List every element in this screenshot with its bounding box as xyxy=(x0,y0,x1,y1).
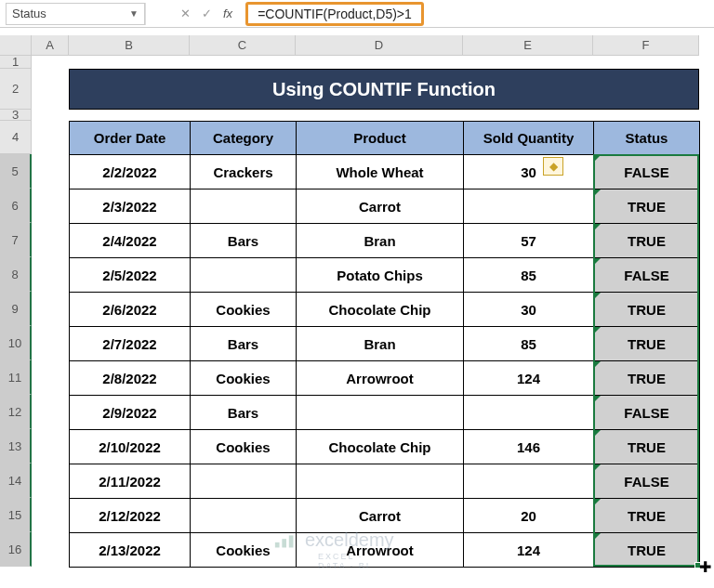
cell-sold-quantity[interactable]: 85 xyxy=(464,258,594,293)
row-header-12[interactable]: 12 xyxy=(0,395,32,429)
cell-product[interactable]: Whole Wheat xyxy=(297,155,464,189)
cell-sold-quantity[interactable]: 57 xyxy=(464,224,594,258)
cell-category[interactable] xyxy=(191,258,297,293)
cell-sold-quantity[interactable]: 124 xyxy=(464,361,594,396)
name-box-dropdown-icon[interactable]: ▼ xyxy=(129,8,139,19)
cell-product[interactable]: Potato Chips xyxy=(297,258,464,293)
cell-sold-quantity[interactable]: 30 xyxy=(464,293,594,327)
cell-order-date[interactable]: 2/6/2022 xyxy=(70,293,191,327)
cell-status[interactable]: FALSE xyxy=(594,396,700,430)
cell-status[interactable]: FALSE xyxy=(594,464,700,499)
th-category[interactable]: Category xyxy=(191,122,297,155)
cell-category[interactable]: Bars xyxy=(191,396,297,430)
cell-sold-quantity[interactable] xyxy=(464,189,594,224)
cell-sold-quantity[interactable] xyxy=(464,396,594,430)
cell-product[interactable]: Bran xyxy=(297,224,464,258)
cell-status[interactable]: TRUE xyxy=(594,430,700,464)
row-header-10[interactable]: 10 xyxy=(0,326,32,360)
cell-order-date[interactable]: 2/4/2022 xyxy=(70,224,191,258)
col-header-c[interactable]: C xyxy=(190,35,296,56)
table-row: 2/4/2022BarsBran57TRUE xyxy=(70,224,700,258)
cell-order-date[interactable]: 2/10/2022 xyxy=(70,430,191,464)
th-status[interactable]: Status xyxy=(594,122,700,155)
cell-order-date[interactable]: 2/3/2022 xyxy=(70,189,191,224)
cell-sold-quantity[interactable]: 20 xyxy=(464,499,594,533)
cell-status[interactable]: TRUE xyxy=(594,293,700,327)
cell-status[interactable]: TRUE xyxy=(594,224,700,258)
cell-order-date[interactable]: 2/7/2022 xyxy=(70,327,191,361)
row-header-15[interactable]: 15 xyxy=(0,498,32,532)
row-header-1[interactable]: 1 xyxy=(0,56,32,69)
row-header-6[interactable]: 6 xyxy=(0,189,32,223)
cell-order-date[interactable]: 2/11/2022 xyxy=(70,464,191,499)
col-header-e[interactable]: E xyxy=(463,35,593,56)
th-order-date[interactable]: Order Date xyxy=(70,122,191,155)
cell-category[interactable] xyxy=(191,499,297,533)
cancel-icon[interactable]: ✕ xyxy=(180,7,191,20)
cell-order-date[interactable]: 2/5/2022 xyxy=(70,258,191,293)
title-cell[interactable]: Using COUNTIF Function xyxy=(69,69,699,110)
row-header-8[interactable]: 8 xyxy=(0,257,32,292)
row-header-7[interactable]: 7 xyxy=(0,223,32,257)
cell-status[interactable]: TRUE xyxy=(594,533,700,568)
cell-category[interactable]: Cookies xyxy=(191,533,297,568)
col-header-d[interactable]: D xyxy=(296,35,463,56)
cell-category[interactable]: Cookies xyxy=(191,361,297,396)
cell-sold-quantity[interactable]: 146 xyxy=(464,430,594,464)
row-header-4[interactable]: 4 xyxy=(0,121,32,154)
cell-status[interactable]: TRUE xyxy=(594,361,700,396)
col-header-a[interactable]: A xyxy=(32,35,69,56)
cell-category[interactable]: Cookies xyxy=(191,293,297,327)
formula-bar: Status ▼ ✕ ✓ fx =COUNTIF(Product,D5)>1 xyxy=(0,0,714,28)
cell-product[interactable]: Chocolate Chip xyxy=(297,293,464,327)
row-header-16[interactable]: 16 xyxy=(0,532,32,567)
cell-product[interactable]: Arrowroot xyxy=(297,361,464,396)
sheet-area[interactable]: Using COUNTIF Function Order Date Catego… xyxy=(32,56,701,567)
select-all-corner[interactable] xyxy=(0,35,32,56)
th-product[interactable]: Product xyxy=(297,122,464,155)
cell-sold-quantity[interactable] xyxy=(464,464,594,499)
cell-product[interactable] xyxy=(297,464,464,499)
cell-category[interactable]: Bars xyxy=(191,224,297,258)
cell-category[interactable] xyxy=(191,464,297,499)
row-header-11[interactable]: 11 xyxy=(0,360,32,395)
cell-product[interactable]: Carrot xyxy=(297,499,464,533)
enter-icon[interactable]: ✓ xyxy=(202,7,212,20)
cell-product[interactable]: Arrowroot xyxy=(297,533,464,568)
cell-order-date[interactable]: 2/12/2022 xyxy=(70,499,191,533)
cell-status[interactable]: TRUE xyxy=(594,327,700,361)
error-indicator-icon[interactable]: ◆ xyxy=(543,157,563,176)
cell-product[interactable]: Carrot xyxy=(297,189,464,224)
cell-category[interactable]: Cookies xyxy=(191,430,297,464)
row-header-13[interactable]: 13 xyxy=(0,429,32,464)
cell-status[interactable]: TRUE xyxy=(594,499,700,533)
cell-sold-quantity[interactable]: 30 xyxy=(464,155,594,189)
row-header-9[interactable]: 9 xyxy=(0,292,32,326)
cell-order-date[interactable]: 2/13/2022 xyxy=(70,533,191,568)
col-header-f[interactable]: F xyxy=(593,35,699,56)
cell-status[interactable]: FALSE xyxy=(594,155,700,189)
fx-icon[interactable]: fx xyxy=(223,7,232,20)
cell-sold-quantity[interactable]: 85 xyxy=(464,327,594,361)
table-row: 2/10/2022CookiesChocolate Chip146TRUE xyxy=(70,430,700,464)
th-sold-quantity[interactable]: Sold Quantity xyxy=(464,122,594,155)
cell-order-date[interactable]: 2/8/2022 xyxy=(70,361,191,396)
cell-sold-quantity[interactable]: 124 xyxy=(464,533,594,568)
cell-category[interactable] xyxy=(191,189,297,224)
row-header-2[interactable]: 2 xyxy=(0,69,32,110)
cell-product[interactable]: Bran xyxy=(297,327,464,361)
cell-product[interactable]: Chocolate Chip xyxy=(297,430,464,464)
cell-order-date[interactable]: 2/9/2022 xyxy=(70,396,191,430)
name-box[interactable]: Status ▼ xyxy=(6,3,145,25)
cell-status[interactable]: FALSE xyxy=(594,258,700,293)
cell-order-date[interactable]: 2/2/2022 xyxy=(70,155,191,189)
cell-product[interactable] xyxy=(297,396,464,430)
cell-category[interactable]: Crackers xyxy=(191,155,297,189)
cell-status[interactable]: TRUE xyxy=(594,189,700,224)
col-header-b[interactable]: B xyxy=(69,35,190,56)
row-header-5[interactable]: 5 xyxy=(0,154,32,189)
formula-input[interactable]: =COUNTIF(Product,D5)>1 xyxy=(245,2,424,26)
cell-category[interactable]: Bars xyxy=(191,327,297,361)
row-header-14[interactable]: 14 xyxy=(0,464,32,498)
row-header-3[interactable]: 3 xyxy=(0,110,32,121)
